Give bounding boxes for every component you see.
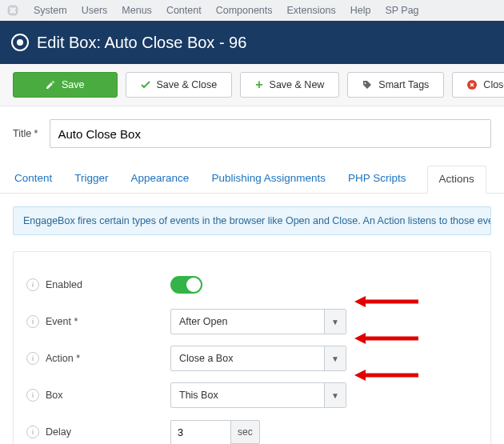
plus-icon: +	[255, 78, 262, 91]
check-icon	[141, 80, 150, 90]
tab-php-scripts[interactable]: PHP Scripts	[346, 166, 408, 193]
close-button[interactable]: Close	[452, 72, 504, 98]
action-select[interactable]: Close a Box ▼	[170, 346, 346, 371]
tab-appearance[interactable]: Appearance	[130, 166, 191, 193]
save-close-label: Save & Close	[157, 79, 218, 90]
edit-icon	[46, 80, 55, 90]
delay-input[interactable]	[170, 420, 230, 444]
tag-icon	[362, 80, 372, 90]
tab-content[interactable]: Content	[13, 166, 54, 193]
joomla-logo-icon	[6, 4, 19, 17]
info-icon: i	[26, 389, 39, 402]
topmenu-item[interactable]: Components	[216, 5, 273, 16]
info-icon: i	[26, 426, 39, 438]
topmenu-item[interactable]: Content	[166, 5, 202, 16]
topmenu-item[interactable]: Menus	[122, 5, 152, 16]
delay-suffix: sec	[230, 420, 260, 444]
box-select[interactable]: This Box ▼	[170, 382, 346, 408]
topmenu-item[interactable]: Users	[82, 5, 108, 16]
page-header: Edit Box: Auto Close Box - 96	[0, 21, 504, 64]
info-icon: i	[26, 278, 39, 291]
enabled-label: Enabled	[46, 279, 82, 290]
action-label: Action *	[46, 353, 80, 364]
info-banner: EngageBox fires certain types of events …	[13, 206, 491, 235]
title-input[interactable]	[50, 119, 492, 148]
close-label: Close	[483, 79, 504, 90]
tab-actions[interactable]: Actions	[427, 166, 486, 194]
smart-tags-label: Smart Tags	[378, 79, 429, 90]
admin-top-bar: System Users Menus Content Components Ex…	[0, 0, 504, 21]
smart-tags-button[interactable]: Smart Tags	[347, 72, 444, 98]
save-close-button[interactable]: Save & Close	[126, 72, 233, 98]
chevron-down-icon: ▼	[324, 310, 346, 334]
info-icon: i	[26, 352, 39, 365]
topmenu-item[interactable]: System	[34, 5, 67, 16]
box-label: Box	[46, 390, 63, 401]
topmenu-item[interactable]: Help	[350, 5, 371, 16]
save-button-label: Save	[62, 79, 85, 90]
event-value: After Open	[171, 316, 324, 327]
tab-publishing-assignments[interactable]: Publishing Assignments	[210, 166, 327, 193]
close-icon	[467, 80, 477, 90]
event-select[interactable]: After Open ▼	[170, 309, 346, 334]
delay-label: Delay	[46, 426, 71, 438]
action-toolbar: Save Save & Close + Save & New Smart Tag…	[0, 64, 504, 106]
chevron-down-icon: ▼	[324, 346, 346, 370]
action-value: Close a Box	[171, 353, 324, 364]
enabled-toggle[interactable]	[170, 276, 202, 294]
topmenu-item[interactable]: SP Pag	[385, 5, 418, 16]
info-icon: i	[26, 315, 39, 328]
page-title: Edit Box: Auto Close Box - 96	[37, 34, 246, 52]
save-new-label: Save & New	[270, 79, 325, 90]
event-label: Event *	[46, 316, 78, 327]
save-button[interactable]: Save	[13, 72, 118, 98]
topmenu-item[interactable]: Extensions	[287, 5, 336, 16]
title-row: Title *	[0, 106, 504, 153]
target-icon	[11, 34, 29, 51]
tab-trigger[interactable]: Trigger	[73, 166, 110, 193]
action-panel: i Enabled i Event * After Open ▼ i Actio…	[13, 251, 491, 444]
chevron-down-icon: ▼	[324, 383, 346, 407]
save-new-button[interactable]: + Save & New	[240, 72, 339, 98]
tab-strip: Content Trigger Appearance Publishing As…	[0, 153, 504, 194]
box-value: This Box	[171, 390, 324, 401]
title-label: Title *	[13, 128, 38, 139]
